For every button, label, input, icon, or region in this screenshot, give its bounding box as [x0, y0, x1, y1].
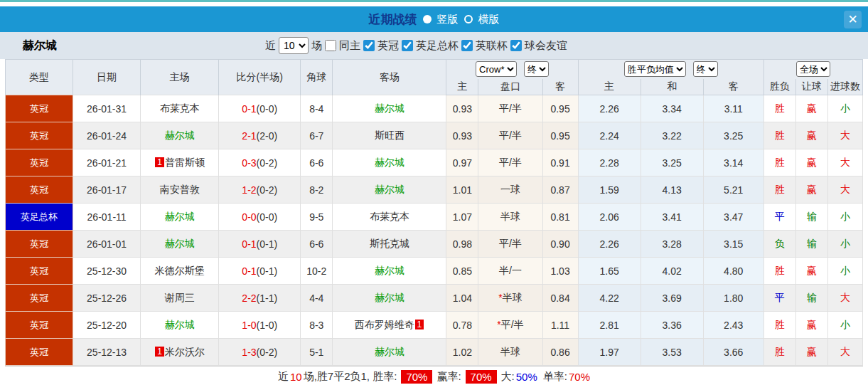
home-team-cell[interactable]: 1米尔沃尔 — [141, 339, 219, 366]
odds-draw-cell: 3.69 — [641, 285, 703, 312]
scope-select[interactable]: 全场 — [796, 61, 830, 77]
league-label-0[interactable]: 英冠 — [377, 39, 399, 53]
league-badge: 英冠 — [6, 122, 73, 149]
match-count-select[interactable]: 10 — [279, 37, 309, 54]
handicap-away-odds-cell: 0.91 — [542, 149, 578, 176]
handicap-result-cell: 赢 — [795, 339, 827, 366]
league-checkbox-3[interactable] — [510, 40, 522, 51]
horizontal-layout-radio[interactable] — [464, 15, 473, 23]
score-cell: 1-2(0-2) — [219, 176, 301, 204]
match-date-cell: 26-01-17 — [73, 176, 141, 204]
horizontal-layout-label[interactable]: 横版 — [478, 13, 500, 26]
league-name: 英冠 — [30, 292, 48, 303]
away-team-cell[interactable]: 赫尔城 — [333, 149, 446, 176]
away-team-cell[interactable]: 西布罗姆维奇1 — [333, 312, 446, 339]
league-name: 英冠 — [30, 103, 48, 114]
odds-time-select[interactable]: 终 — [693, 61, 718, 77]
col-hcp-away: 客 — [542, 79, 578, 95]
home-team-cell[interactable]: 谢周三 — [141, 285, 219, 312]
home-team-name: 普雷斯顿 — [165, 157, 205, 168]
handicap-line-cell: 平/半 — [478, 122, 542, 149]
odds-home: 2.26 — [599, 103, 618, 115]
away-team-cell[interactable]: 斯旺西 — [333, 122, 446, 149]
league-name: 英冠 — [30, 265, 48, 276]
away-team-cell[interactable]: 赫尔城 — [333, 258, 446, 285]
away-team-cell[interactable]: 赫尔城 — [333, 285, 446, 312]
result-cell: 胜 — [763, 339, 795, 366]
corner-score: 6-6 — [309, 238, 323, 250]
home-team-cell[interactable]: 1普雷斯顿 — [141, 149, 219, 176]
goals-text: 大 — [840, 130, 850, 141]
vertical-layout-label[interactable]: 竖版 — [437, 13, 459, 26]
match-date-cell: 26-01-01 — [73, 231, 141, 258]
odds-home-cell: 2.26 — [578, 95, 641, 122]
away-team-cell[interactable]: 赫尔城 — [333, 95, 446, 122]
col-odds-away: 客 — [703, 79, 763, 95]
handicap-home-odds: 1.07 — [453, 211, 472, 223]
home-team-cell[interactable]: 米德尔斯堡 — [141, 258, 219, 285]
odds-draw: 3.69 — [663, 292, 682, 304]
result-cell: 平 — [763, 204, 795, 231]
handicap-away-odds: 0.87 — [550, 184, 569, 196]
handicap-home-odds: 1.04 — [453, 292, 472, 304]
odds-home: 1.97 — [599, 347, 618, 358]
away-team-name: 赫尔城 — [375, 265, 404, 276]
handicap-away-odds: 0.95 — [550, 130, 569, 142]
handicap-away-odds-cell: 0.84 — [542, 285, 578, 312]
handicap-home-odds-cell: 0.93 — [446, 95, 478, 122]
odds-away-cell: 5.21 — [703, 176, 763, 204]
result-cell: 负 — [763, 231, 795, 258]
half-time-score: (1-0) — [257, 320, 278, 331]
score-cell: 1-3(0-2) — [219, 339, 301, 366]
away-team-name: 斯旺西 — [375, 130, 404, 141]
bookmaker-select[interactable]: Crow* — [476, 61, 517, 77]
odds-home: 1.65 — [599, 265, 618, 277]
handicap-home-odds: 1.02 — [453, 347, 472, 358]
same-home-checkbox[interactable] — [325, 40, 336, 51]
away-team-cell[interactable]: 斯托克城 — [333, 231, 446, 258]
league-checkbox-2[interactable] — [461, 40, 473, 51]
away-team-cell[interactable]: 布莱克本 — [333, 204, 446, 231]
home-team-cell[interactable]: 布莱克本 — [141, 95, 219, 122]
summary-count: 10 — [290, 371, 302, 383]
league-label-3[interactable]: 球会友谊 — [525, 39, 567, 53]
odds-draw: 4.02 — [663, 265, 682, 277]
handicap-result-text: 赢 — [807, 346, 817, 357]
odds-type-select[interactable]: 胜平负均值 — [624, 61, 686, 77]
away-team-name: 赫尔城 — [375, 346, 404, 357]
goals-text: 大 — [840, 184, 850, 195]
odds-away-cell: 3.25 — [703, 122, 763, 149]
home-team-cell[interactable]: 赫尔城 — [141, 122, 219, 149]
away-team-cell[interactable]: 赫尔城 — [333, 339, 446, 366]
home-team-cell[interactable]: 南安普敦 — [141, 176, 219, 204]
corner-score: 8-4 — [309, 103, 323, 115]
vertical-layout-radio[interactable] — [423, 15, 432, 23]
match-date-cell: 26-01-21 — [73, 149, 141, 176]
league-checkbox-1[interactable] — [402, 40, 413, 51]
league-label-1[interactable]: 英足总杯 — [416, 39, 459, 53]
handicap-time-select[interactable]: 终 — [524, 61, 549, 77]
odds-away-cell: 3.14 — [703, 149, 763, 176]
home-team-cell[interactable]: 赫尔城 — [141, 312, 219, 339]
half-time-score: (0-1) — [257, 265, 278, 277]
table-row: 英冠26-01-17南安普敦1-2(0-2)8-2赫尔城1.01一球0.871.… — [6, 176, 863, 204]
win-rate-badge: 70% — [401, 370, 432, 384]
home-team-cell[interactable]: 赫尔城 — [141, 204, 219, 231]
match-date: 26-01-11 — [87, 211, 127, 223]
corner-cell: 5-1 — [301, 339, 333, 366]
result-text: 平 — [775, 292, 785, 303]
league-label-2[interactable]: 英联杯 — [476, 39, 508, 53]
away-team-cell[interactable]: 赫尔城 — [333, 176, 446, 204]
league-checkbox-0[interactable] — [363, 40, 375, 51]
summary-near: 近 — [278, 370, 289, 384]
handicap-rate-badge: 70% — [466, 370, 497, 384]
odds-draw: 3.41 — [663, 211, 682, 223]
col-odds-draw: 和 — [641, 79, 703, 95]
same-home-label[interactable]: 同主 — [339, 39, 360, 53]
close-icon[interactable]: ✕ — [844, 11, 862, 28]
final-score: 1-0 — [242, 320, 256, 331]
corner-cell: 8-2 — [301, 176, 333, 204]
league-badge: 英冠 — [6, 258, 73, 285]
home-team-cell[interactable]: 赫尔城 — [141, 231, 219, 258]
final-score: 0-0 — [242, 211, 256, 223]
